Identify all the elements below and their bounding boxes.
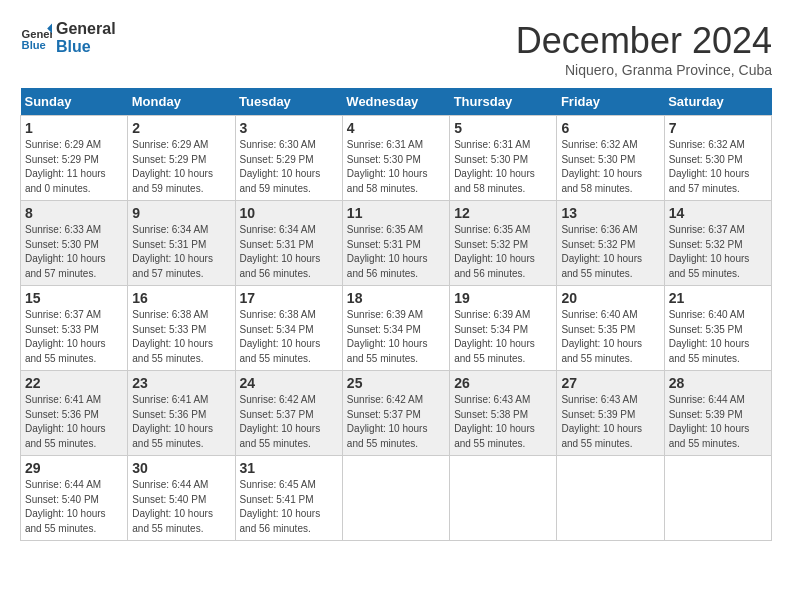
- day-info: Sunrise: 6:35 AM Sunset: 5:32 PM Dayligh…: [454, 223, 552, 281]
- day-info: Sunrise: 6:45 AM Sunset: 5:41 PM Dayligh…: [240, 478, 338, 536]
- day-info: Sunrise: 6:38 AM Sunset: 5:34 PM Dayligh…: [240, 308, 338, 366]
- calendar-cell-1-7: 7Sunrise: 6:32 AM Sunset: 5:30 PM Daylig…: [664, 116, 771, 201]
- calendar-cell-5-2: 30Sunrise: 6:44 AM Sunset: 5:40 PM Dayli…: [128, 456, 235, 541]
- location-subtitle: Niquero, Granma Province, Cuba: [516, 62, 772, 78]
- header-row: Sunday Monday Tuesday Wednesday Thursday…: [21, 88, 772, 116]
- calendar-week-1: 1Sunrise: 6:29 AM Sunset: 5:29 PM Daylig…: [21, 116, 772, 201]
- day-number: 28: [669, 375, 767, 391]
- calendar-cell-2-2: 9Sunrise: 6:34 AM Sunset: 5:31 PM Daylig…: [128, 201, 235, 286]
- day-number: 9: [132, 205, 230, 221]
- day-info: Sunrise: 6:30 AM Sunset: 5:29 PM Dayligh…: [240, 138, 338, 196]
- svg-text:Blue: Blue: [22, 39, 46, 51]
- day-info: Sunrise: 6:41 AM Sunset: 5:36 PM Dayligh…: [132, 393, 230, 451]
- day-number: 29: [25, 460, 123, 476]
- calendar-cell-4-1: 22Sunrise: 6:41 AM Sunset: 5:36 PM Dayli…: [21, 371, 128, 456]
- day-number: 3: [240, 120, 338, 136]
- calendar-cell-3-5: 19Sunrise: 6:39 AM Sunset: 5:34 PM Dayli…: [450, 286, 557, 371]
- day-number: 24: [240, 375, 338, 391]
- logo-text-line2: Blue: [56, 38, 116, 56]
- day-number: 30: [132, 460, 230, 476]
- day-number: 17: [240, 290, 338, 306]
- calendar-cell-5-6: [557, 456, 664, 541]
- calendar-week-2: 8Sunrise: 6:33 AM Sunset: 5:30 PM Daylig…: [21, 201, 772, 286]
- calendar-cell-3-6: 20Sunrise: 6:40 AM Sunset: 5:35 PM Dayli…: [557, 286, 664, 371]
- page-header: General Blue General Blue December 2024 …: [20, 20, 772, 78]
- day-info: Sunrise: 6:44 AM Sunset: 5:40 PM Dayligh…: [132, 478, 230, 536]
- day-number: 13: [561, 205, 659, 221]
- day-info: Sunrise: 6:31 AM Sunset: 5:30 PM Dayligh…: [347, 138, 445, 196]
- day-info: Sunrise: 6:41 AM Sunset: 5:36 PM Dayligh…: [25, 393, 123, 451]
- day-number: 23: [132, 375, 230, 391]
- title-section: December 2024 Niquero, Granma Province, …: [516, 20, 772, 78]
- day-info: Sunrise: 6:38 AM Sunset: 5:33 PM Dayligh…: [132, 308, 230, 366]
- day-info: Sunrise: 6:40 AM Sunset: 5:35 PM Dayligh…: [669, 308, 767, 366]
- day-number: 14: [669, 205, 767, 221]
- day-info: Sunrise: 6:34 AM Sunset: 5:31 PM Dayligh…: [240, 223, 338, 281]
- day-number: 16: [132, 290, 230, 306]
- day-number: 18: [347, 290, 445, 306]
- calendar-cell-4-2: 23Sunrise: 6:41 AM Sunset: 5:36 PM Dayli…: [128, 371, 235, 456]
- header-tuesday: Tuesday: [235, 88, 342, 116]
- day-number: 21: [669, 290, 767, 306]
- day-info: Sunrise: 6:44 AM Sunset: 5:40 PM Dayligh…: [25, 478, 123, 536]
- day-number: 11: [347, 205, 445, 221]
- day-number: 20: [561, 290, 659, 306]
- calendar-week-4: 22Sunrise: 6:41 AM Sunset: 5:36 PM Dayli…: [21, 371, 772, 456]
- day-info: Sunrise: 6:42 AM Sunset: 5:37 PM Dayligh…: [347, 393, 445, 451]
- calendar-cell-4-5: 26Sunrise: 6:43 AM Sunset: 5:38 PM Dayli…: [450, 371, 557, 456]
- calendar-cell-1-2: 2Sunrise: 6:29 AM Sunset: 5:29 PM Daylig…: [128, 116, 235, 201]
- calendar-week-5: 29Sunrise: 6:44 AM Sunset: 5:40 PM Dayli…: [21, 456, 772, 541]
- calendar-cell-2-5: 12Sunrise: 6:35 AM Sunset: 5:32 PM Dayli…: [450, 201, 557, 286]
- calendar-cell-3-4: 18Sunrise: 6:39 AM Sunset: 5:34 PM Dayli…: [342, 286, 449, 371]
- calendar-cell-3-7: 21Sunrise: 6:40 AM Sunset: 5:35 PM Dayli…: [664, 286, 771, 371]
- logo: General Blue General Blue: [20, 20, 116, 55]
- calendar-cell-1-4: 4Sunrise: 6:31 AM Sunset: 5:30 PM Daylig…: [342, 116, 449, 201]
- header-thursday: Thursday: [450, 88, 557, 116]
- calendar-cell-5-1: 29Sunrise: 6:44 AM Sunset: 5:40 PM Dayli…: [21, 456, 128, 541]
- day-number: 25: [347, 375, 445, 391]
- calendar-cell-4-4: 25Sunrise: 6:42 AM Sunset: 5:37 PM Dayli…: [342, 371, 449, 456]
- calendar-cell-3-2: 16Sunrise: 6:38 AM Sunset: 5:33 PM Dayli…: [128, 286, 235, 371]
- day-number: 6: [561, 120, 659, 136]
- header-monday: Monday: [128, 88, 235, 116]
- day-number: 5: [454, 120, 552, 136]
- calendar-cell-5-7: [664, 456, 771, 541]
- day-info: Sunrise: 6:44 AM Sunset: 5:39 PM Dayligh…: [669, 393, 767, 451]
- day-info: Sunrise: 6:39 AM Sunset: 5:34 PM Dayligh…: [454, 308, 552, 366]
- header-sunday: Sunday: [21, 88, 128, 116]
- calendar-cell-1-6: 6Sunrise: 6:32 AM Sunset: 5:30 PM Daylig…: [557, 116, 664, 201]
- day-info: Sunrise: 6:31 AM Sunset: 5:30 PM Dayligh…: [454, 138, 552, 196]
- calendar-cell-4-7: 28Sunrise: 6:44 AM Sunset: 5:39 PM Dayli…: [664, 371, 771, 456]
- calendar-cell-2-7: 14Sunrise: 6:37 AM Sunset: 5:32 PM Dayli…: [664, 201, 771, 286]
- header-friday: Friday: [557, 88, 664, 116]
- day-info: Sunrise: 6:29 AM Sunset: 5:29 PM Dayligh…: [25, 138, 123, 196]
- calendar-cell-1-5: 5Sunrise: 6:31 AM Sunset: 5:30 PM Daylig…: [450, 116, 557, 201]
- day-number: 1: [25, 120, 123, 136]
- day-number: 8: [25, 205, 123, 221]
- day-info: Sunrise: 6:42 AM Sunset: 5:37 PM Dayligh…: [240, 393, 338, 451]
- day-number: 2: [132, 120, 230, 136]
- calendar-cell-2-1: 8Sunrise: 6:33 AM Sunset: 5:30 PM Daylig…: [21, 201, 128, 286]
- day-info: Sunrise: 6:39 AM Sunset: 5:34 PM Dayligh…: [347, 308, 445, 366]
- day-info: Sunrise: 6:37 AM Sunset: 5:32 PM Dayligh…: [669, 223, 767, 281]
- day-number: 19: [454, 290, 552, 306]
- logo-icon: General Blue: [20, 22, 52, 54]
- calendar-cell-4-3: 24Sunrise: 6:42 AM Sunset: 5:37 PM Dayli…: [235, 371, 342, 456]
- day-info: Sunrise: 6:43 AM Sunset: 5:38 PM Dayligh…: [454, 393, 552, 451]
- calendar-cell-1-1: 1Sunrise: 6:29 AM Sunset: 5:29 PM Daylig…: [21, 116, 128, 201]
- calendar-cell-3-3: 17Sunrise: 6:38 AM Sunset: 5:34 PM Dayli…: [235, 286, 342, 371]
- day-number: 7: [669, 120, 767, 136]
- day-number: 31: [240, 460, 338, 476]
- calendar-cell-2-4: 11Sunrise: 6:35 AM Sunset: 5:31 PM Dayli…: [342, 201, 449, 286]
- day-info: Sunrise: 6:43 AM Sunset: 5:39 PM Dayligh…: [561, 393, 659, 451]
- day-info: Sunrise: 6:32 AM Sunset: 5:30 PM Dayligh…: [669, 138, 767, 196]
- calendar-cell-5-3: 31Sunrise: 6:45 AM Sunset: 5:41 PM Dayli…: [235, 456, 342, 541]
- day-info: Sunrise: 6:37 AM Sunset: 5:33 PM Dayligh…: [25, 308, 123, 366]
- svg-text:General: General: [22, 28, 52, 40]
- calendar-cell-4-6: 27Sunrise: 6:43 AM Sunset: 5:39 PM Dayli…: [557, 371, 664, 456]
- month-title: December 2024: [516, 20, 772, 62]
- header-saturday: Saturday: [664, 88, 771, 116]
- calendar-cell-5-4: [342, 456, 449, 541]
- day-info: Sunrise: 6:33 AM Sunset: 5:30 PM Dayligh…: [25, 223, 123, 281]
- calendar-cell-5-5: [450, 456, 557, 541]
